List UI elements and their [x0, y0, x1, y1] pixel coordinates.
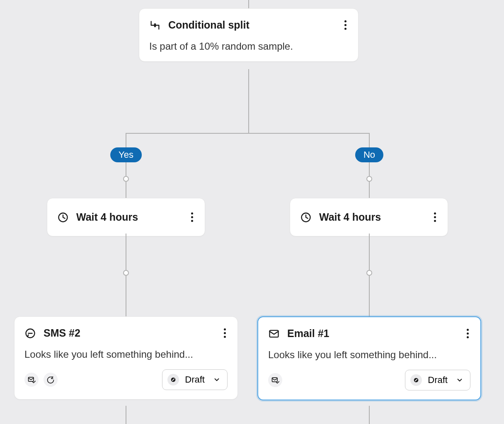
- sms-status-dropdown[interactable]: Draft: [162, 369, 228, 390]
- node-dot-no-1[interactable]: [366, 176, 372, 182]
- connector-yes-out: [126, 406, 126, 424]
- wait-yes-more-button[interactable]: [189, 210, 195, 224]
- split-title: Conditional split: [168, 19, 335, 31]
- connector-yes-1: [126, 133, 126, 198]
- snooze-icon: [44, 373, 58, 387]
- email-check-icon: [24, 373, 39, 387]
- email-status-label: Draft: [428, 375, 448, 385]
- wait-no-title: Wait 4 hours: [319, 211, 425, 223]
- node-dot-yes-2[interactable]: [123, 270, 129, 276]
- clock-icon: [57, 212, 69, 223]
- sms-description: Looks like you left something behind...: [24, 349, 228, 360]
- no-badge: No: [355, 147, 383, 162]
- email-title: Email #1: [287, 328, 458, 340]
- node-dot-no-2[interactable]: [366, 270, 372, 276]
- split-description: Is part of a 10% random sample.: [149, 41, 348, 52]
- wait-yes-title: Wait 4 hours: [76, 211, 182, 223]
- chevron-down-icon: [213, 376, 220, 383]
- sms-title: SMS #2: [44, 327, 215, 339]
- connector-no-out: [369, 406, 370, 424]
- chevron-down-icon: [456, 376, 463, 384]
- email-status-dropdown[interactable]: Draft: [405, 370, 470, 390]
- email-card[interactable]: Email #1 Looks like you left something b…: [257, 316, 481, 400]
- split-icon: [149, 19, 161, 31]
- email-more-button[interactable]: [465, 326, 470, 341]
- draft-status-icon: [410, 374, 422, 386]
- conditional-split-card[interactable]: Conditional split Is part of a 10% rando…: [139, 8, 359, 62]
- email-icon: [268, 328, 280, 340]
- connector-split-down: [248, 69, 249, 133]
- sms-status-label: Draft: [185, 374, 205, 385]
- email-check-icon: [268, 373, 282, 387]
- wait-card-yes[interactable]: Wait 4 hours: [47, 198, 205, 236]
- sms-card[interactable]: SMS #2 Looks like you left something beh…: [14, 316, 238, 400]
- email-description: Looks like you left something behind...: [268, 349, 470, 361]
- yes-badge: Yes: [110, 147, 142, 162]
- sms-more-button[interactable]: [222, 326, 228, 340]
- clock-icon: [300, 212, 312, 223]
- wait-card-no[interactable]: Wait 4 hours: [290, 198, 448, 236]
- split-more-button[interactable]: [343, 18, 348, 32]
- sms-icon: [24, 328, 36, 339]
- node-dot-yes-1[interactable]: [123, 176, 129, 182]
- connector-branch-h: [126, 133, 369, 134]
- connector-top: [248, 0, 249, 8]
- connector-no-1: [369, 133, 370, 198]
- wait-no-more-button[interactable]: [432, 210, 438, 224]
- draft-status-icon: [167, 374, 179, 385]
